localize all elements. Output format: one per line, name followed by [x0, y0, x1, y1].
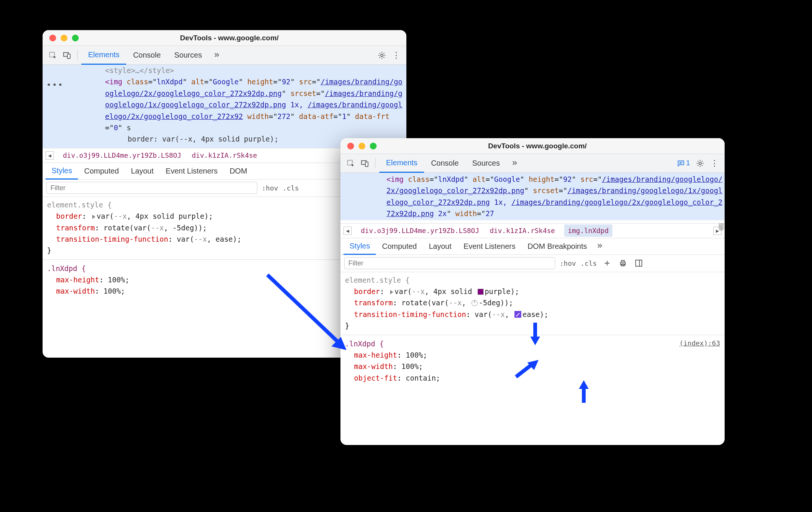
- tab-sources[interactable]: Sources: [466, 154, 507, 173]
- titlebar: DevTools - www.google.com/: [43, 30, 406, 46]
- titlebar: DevTools - www.google.com/: [340, 138, 725, 154]
- styles-pane[interactable]: element.style { border: var(--x, 4px sol…: [340, 272, 725, 445]
- tab-sources[interactable]: Sources: [168, 46, 209, 65]
- css-declaration[interactable]: transition-timing-function: var(--x, eas…: [354, 309, 720, 320]
- inspect-icon[interactable]: [344, 157, 357, 170]
- breadcrumb-left-icon[interactable]: ◀: [343, 227, 352, 235]
- bezier-swatch-icon[interactable]: [514, 311, 521, 318]
- new-rule-icon[interactable]: [601, 258, 613, 269]
- menu-icon[interactable]: ⋮: [390, 49, 403, 62]
- traffic-lights: [43, 35, 79, 41]
- css-declaration[interactable]: border: var(--x, 4px solid purple);: [354, 286, 720, 297]
- tab-layout[interactable]: Layout: [423, 238, 458, 254]
- breadcrumb-item[interactable]: div.k1zIA.rSk4se: [190, 151, 258, 159]
- expand-triangle-icon[interactable]: [390, 290, 393, 294]
- breadcrumb-item[interactable]: div.k1zIA.rSk4se: [488, 227, 556, 235]
- angle-swatch-icon[interactable]: [472, 300, 478, 306]
- cls-toggle[interactable]: .cls: [580, 259, 597, 267]
- settings-icon[interactable]: [694, 157, 707, 170]
- window-title: DevTools - www.google.com/: [377, 142, 725, 150]
- tab-layout[interactable]: Layout: [125, 163, 160, 179]
- tab-styles[interactable]: Styles: [343, 238, 376, 255]
- traffic-lights: [340, 143, 377, 149]
- more-tabs-icon[interactable]: [210, 49, 223, 62]
- svg-rect-6: [365, 162, 368, 166]
- dom-node-img[interactable]: <img class="lnXdpd" alt="Google" height=…: [49, 76, 406, 133]
- rule-source-link[interactable]: (index):63: [679, 338, 720, 349]
- more-tabs-icon[interactable]: [593, 240, 606, 253]
- dom-text: <style>…</style>: [105, 66, 174, 75]
- settings-icon[interactable]: [375, 49, 388, 62]
- close-icon[interactable]: [49, 35, 56, 41]
- tab-event-listeners[interactable]: Event Listeners: [458, 238, 522, 254]
- main-toolbar: Elements Console Sources ⋮: [43, 46, 406, 65]
- close-icon[interactable]: [347, 143, 354, 149]
- filter-input[interactable]: [344, 257, 555, 269]
- menu-icon[interactable]: ⋮: [708, 157, 721, 170]
- cls-toggle[interactable]: .cls: [282, 184, 299, 192]
- css-declaration[interactable]: transform: rotate(var(--x, -5deg));: [354, 297, 720, 308]
- tab-styles[interactable]: Styles: [46, 163, 78, 180]
- dom-node-img[interactable]: <img class="lnXdpd" alt="Google" height=…: [346, 174, 725, 219]
- devtools-window-b: DevTools - www.google.com/ Elements Cons…: [340, 138, 725, 445]
- print-icon[interactable]: [617, 258, 629, 269]
- breadcrumb-item[interactable]: div.o3j99.LLD4me.yr19Zb.LS8OJ: [61, 151, 183, 159]
- main-toolbar: Elements Console Sources 1 ⋮: [340, 154, 725, 173]
- zoom-icon[interactable]: [72, 35, 79, 41]
- more-tabs-icon[interactable]: [508, 157, 521, 170]
- inspect-icon[interactable]: [46, 49, 59, 62]
- expand-triangle-icon[interactable]: [92, 215, 95, 219]
- hov-toggle[interactable]: :hov: [560, 259, 576, 267]
- rule-close-brace: }: [345, 320, 720, 331]
- breadcrumb-item[interactable]: div.o3j99.LLD4me.yr19Zb.LS8OJ: [359, 227, 481, 235]
- rule-selector: .lnXdpd {: [345, 338, 384, 349]
- css-declaration[interactable]: max-height: 100%;: [354, 349, 720, 361]
- svg-rect-11: [621, 261, 624, 262]
- dom-tree[interactable]: ••• <style>…</style> <img class="lnXdpd"…: [43, 65, 406, 148]
- issues-count: 1: [686, 159, 690, 167]
- svg-point-3: [381, 54, 383, 56]
- tab-dom-breakpoints[interactable]: DOM Breakpoints: [522, 238, 593, 254]
- tab-computed[interactable]: Computed: [376, 238, 423, 254]
- hov-toggle[interactable]: :hov: [262, 184, 278, 192]
- minimize-icon[interactable]: [359, 143, 365, 149]
- filter-input[interactable]: [46, 182, 257, 194]
- dom-tree[interactable]: <img class="lnXdpd" alt="Google" height=…: [340, 173, 725, 223]
- svg-rect-13: [635, 260, 642, 267]
- minimize-icon[interactable]: [61, 35, 67, 41]
- issues-badge[interactable]: 1: [675, 159, 692, 167]
- breadcrumb-left-icon[interactable]: ◀: [46, 151, 54, 160]
- breadcrumb-item-active[interactable]: img.lnXdpd: [564, 224, 612, 237]
- svg-rect-2: [67, 54, 70, 58]
- breadcrumbs: ◀ div.o3j99.LLD4me.yr19Zb.LS8OJ div.k1zI…: [340, 223, 725, 238]
- dom-text: border: var(--x, 4px solid purple);: [128, 135, 278, 143]
- svg-point-9: [699, 162, 701, 164]
- device-toggle-icon[interactable]: [359, 157, 371, 170]
- device-toggle-icon[interactable]: [61, 49, 73, 62]
- filter-bar: :hov .cls: [340, 255, 725, 272]
- rule-selector: element.style {: [345, 274, 720, 286]
- computed-panel-icon[interactable]: [633, 258, 644, 269]
- tab-elements[interactable]: Elements: [379, 154, 424, 173]
- css-declaration[interactable]: object-fit: contain;: [354, 372, 720, 384]
- tab-console[interactable]: Console: [424, 154, 465, 173]
- zoom-icon[interactable]: [370, 143, 377, 149]
- window-title: DevTools - www.google.com/: [79, 34, 406, 42]
- styles-tabs: Styles Computed Layout Event Listeners D…: [340, 238, 725, 255]
- color-swatch-icon[interactable]: [478, 289, 484, 295]
- tab-computed[interactable]: Computed: [78, 163, 125, 179]
- tab-console[interactable]: Console: [126, 46, 167, 65]
- tab-event-listeners[interactable]: Event Listeners: [160, 163, 224, 179]
- ellipsis-icon[interactable]: •••: [46, 78, 64, 91]
- tab-dom-breakpoints[interactable]: DOM: [224, 163, 253, 179]
- tab-elements[interactable]: Elements: [81, 46, 126, 65]
- css-declaration[interactable]: max-width: 100%;: [354, 361, 720, 372]
